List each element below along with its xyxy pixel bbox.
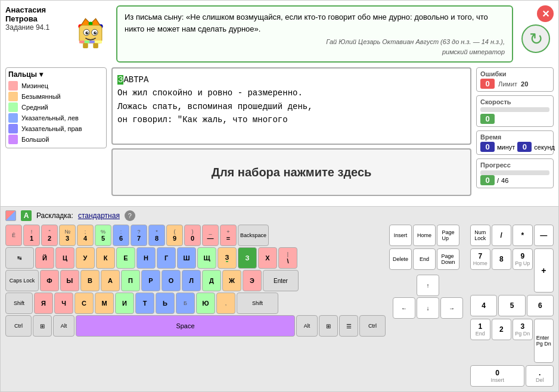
key-alt-left[interactable]: Alt — [53, 315, 74, 337]
key-num3[interactable]: 3Pg Dn — [513, 319, 533, 340]
key-delete[interactable]: Delete — [389, 248, 412, 270]
key-num4[interactable]: 4 — [470, 295, 497, 316]
key-4[interactable]: ;4 — [77, 225, 94, 246]
key-num-dot[interactable]: .Del — [526, 365, 554, 387]
key-t[interactable]: Е — [116, 247, 135, 269]
key-quote[interactable]: Э — [243, 270, 262, 291]
key-2[interactable]: "2 — [41, 225, 58, 246]
key-u[interactable]: Г — [157, 247, 176, 269]
key-6[interactable]: :6 — [113, 225, 129, 246]
key-h[interactable]: Р — [141, 270, 160, 291]
key-v[interactable]: М — [95, 293, 114, 314]
key-shift-left[interactable]: Shift — [5, 293, 33, 314]
key-3[interactable]: №3 — [59, 225, 76, 246]
key-ctrl-left[interactable]: Ctrl — [5, 315, 32, 337]
key-win-left[interactable]: ⊞ — [33, 315, 52, 337]
key-period[interactable]: Ю — [196, 293, 215, 314]
key-8[interactable]: *8 — [148, 225, 165, 246]
key-bracket-r[interactable]: Х — [258, 247, 277, 269]
input-area[interactable]: Для набора нажмите здесь — [111, 148, 471, 196]
key-o[interactable]: Щ — [197, 247, 216, 269]
key-q[interactable]: Й — [35, 247, 54, 269]
key-x[interactable]: Ч — [54, 293, 73, 314]
key-arrow-left[interactable]: ← — [393, 297, 415, 319]
key-f[interactable]: А — [101, 270, 120, 291]
key-end[interactable]: End — [413, 248, 436, 270]
key-1[interactable]: !1 — [23, 225, 40, 246]
key-c[interactable]: С — [74, 293, 94, 314]
key-i[interactable]: Ш — [177, 247, 196, 269]
layout-name[interactable]: стандартная — [78, 211, 120, 220]
key-l[interactable]: Д — [202, 270, 221, 291]
key-menu[interactable]: ☰ — [339, 315, 358, 337]
key-semicolon[interactable]: Ж — [222, 270, 241, 291]
key-p[interactable]: З — [218, 247, 237, 269]
key-ctrl-right[interactable]: Ctrl — [359, 315, 386, 337]
key-arrow-right[interactable]: → — [440, 297, 463, 319]
key-9[interactable]: (9 — [166, 225, 183, 246]
close-button[interactable]: ✕ — [537, 5, 554, 22]
key-tab[interactable]: ↹ — [5, 247, 34, 269]
key-numlock[interactable]: NumLock — [470, 225, 490, 246]
key-b[interactable]: И — [115, 293, 134, 314]
key-d[interactable]: В — [80, 270, 100, 291]
key-g[interactable]: П — [121, 270, 140, 291]
finger-item-ring: Безымянный — [8, 92, 104, 101]
key-enter[interactable]: Enter — [263, 270, 299, 291]
refresh-button[interactable]: ↻ — [521, 24, 550, 53]
stat-box-errors: Ошибки 0 Лимит 20 — [476, 67, 554, 92]
key-pageup[interactable]: PageUp — [437, 225, 459, 246]
key-shift-right[interactable]: Shift — [237, 293, 278, 314]
key-bracket-l[interactable]: З — [238, 247, 257, 269]
key-num-minus[interactable]: — — [534, 225, 554, 246]
key-insert[interactable]: Insert — [389, 225, 412, 246]
errors-value: 0 — [480, 79, 495, 89]
key-arrow-up[interactable]: ↑ — [417, 275, 439, 296]
key-backtick[interactable]: Ё — [5, 225, 22, 246]
key-s[interactable]: Ы — [60, 270, 79, 291]
help-button[interactable]: ? — [125, 210, 135, 221]
key-home[interactable]: Home — [413, 225, 436, 246]
svg-point-9 — [87, 32, 88, 33]
key-num9[interactable]: 9Pg Up — [513, 248, 533, 270]
key-num6[interactable]: 6 — [527, 295, 554, 316]
key-space[interactable]: Space — [76, 315, 295, 337]
key-num7[interactable]: 7Home — [470, 248, 490, 270]
key-slash[interactable]: , — [216, 293, 235, 314]
key-alt-right[interactable]: Alt — [296, 315, 318, 337]
key-j[interactable]: О — [162, 270, 181, 291]
key-num-star[interactable]: * — [513, 225, 533, 246]
key-num1[interactable]: 1End — [470, 319, 490, 340]
key-num5[interactable]: 5 — [498, 295, 525, 316]
key-num0[interactable]: 0Insert — [470, 365, 524, 387]
key-z[interactable]: Я — [34, 293, 53, 314]
key-r[interactable]: К — [96, 247, 115, 269]
key-7[interactable]: ?7 — [131, 225, 147, 246]
key-equals[interactable]: += — [220, 225, 237, 246]
key-m[interactable]: Ь — [156, 293, 175, 314]
key-num-plus[interactable]: + — [534, 248, 554, 293]
key-5[interactable]: %5 — [95, 225, 111, 246]
key-n[interactable]: Т — [135, 293, 154, 314]
key-a[interactable]: Ф — [40, 270, 59, 291]
key-num2[interactable]: 2 — [492, 319, 512, 340]
key-minus[interactable]: _— — [202, 225, 219, 246]
key-caps-lock[interactable]: Caps Lock — [5, 270, 39, 291]
key-y[interactable]: Н — [136, 247, 156, 269]
key-w[interactable]: Ц — [55, 247, 74, 269]
key-comma[interactable]: Б — [176, 293, 195, 314]
key-backspace[interactable]: Backspace — [238, 225, 269, 246]
key-num8[interactable]: 8 — [492, 248, 512, 270]
finger-legend-header[interactable]: Пальцы ▾ — [8, 70, 104, 79]
key-e[interactable]: У — [76, 247, 95, 269]
key-arrow-down[interactable]: ↓ — [417, 297, 439, 319]
key-k[interactable]: Л — [182, 270, 201, 291]
key-pagedown[interactable]: PageDown — [437, 248, 459, 270]
key-num-slash[interactable]: / — [492, 225, 512, 246]
svg-rect-14 — [89, 41, 95, 43]
key-0[interactable]: )0 — [184, 225, 201, 246]
key-backslash[interactable]: |\ — [278, 247, 297, 269]
key-num-enter[interactable]: EnterPg Dn — [534, 319, 554, 363]
key-win-right[interactable]: ⊞ — [319, 315, 338, 337]
stat-box-speed: Скорость 0 — [476, 95, 554, 127]
